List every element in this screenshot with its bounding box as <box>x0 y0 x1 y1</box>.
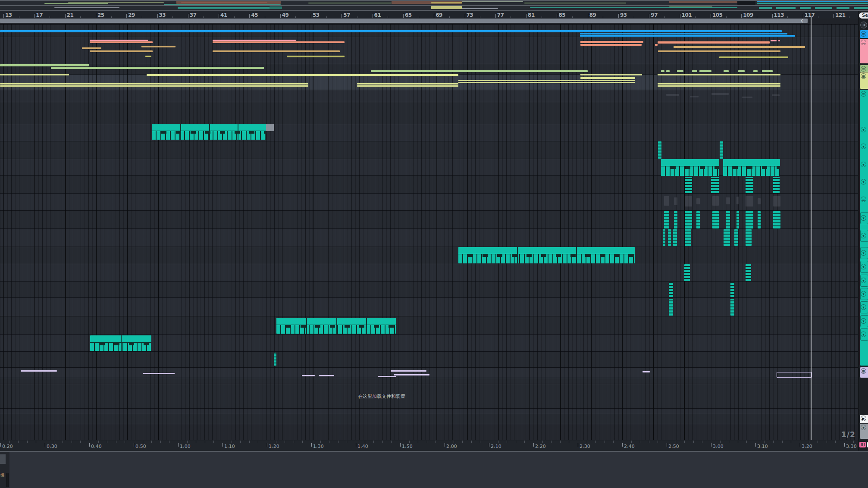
clip[interactable] <box>658 83 780 84</box>
clip[interactable] <box>580 41 643 43</box>
drum-clip[interactable] <box>730 299 734 316</box>
track-menu-icon[interactable]: ≡ <box>861 66 866 72</box>
group-fold-icon[interactable]: ▾ <box>861 278 866 283</box>
drum-clip[interactable] <box>696 211 700 228</box>
clip[interactable] <box>458 82 635 83</box>
drum-clip[interactable] <box>712 211 719 228</box>
clip[interactable] <box>771 40 777 41</box>
midi-clip[interactable] <box>152 124 266 140</box>
clip[interactable] <box>580 74 642 75</box>
clip[interactable] <box>642 371 650 372</box>
group-fold-icon[interactable]: ▾ <box>861 233 866 238</box>
clip[interactable] <box>580 77 635 79</box>
clip[interactable] <box>51 67 264 69</box>
track-area[interactable]: 在这里加载文件和装置 1/2 <box>0 24 858 440</box>
clip[interactable] <box>391 370 426 372</box>
clip[interactable] <box>724 70 729 72</box>
track-color-tab[interactable]: ≡ <box>860 367 868 378</box>
drum-clip[interactable] <box>668 229 671 246</box>
clip[interactable] <box>141 46 175 47</box>
track-menu-icon[interactable]: ≡ <box>861 91 866 97</box>
track-menu-icon[interactable]: ≡ <box>861 197 866 202</box>
clip[interactable] <box>21 370 57 372</box>
group-fold-icon[interactable]: ▾ <box>861 215 866 221</box>
group-fold-icon[interactable]: ▾ <box>861 162 866 167</box>
clip-header[interactable] <box>458 247 635 254</box>
clip[interactable] <box>394 374 429 375</box>
track-color-tab[interactable]: ≡ <box>860 65 868 72</box>
clip[interactable] <box>0 83 308 84</box>
drum-clip[interactable] <box>669 282 673 297</box>
drum-clip[interactable] <box>746 211 753 228</box>
clip-header[interactable] <box>723 159 780 166</box>
drum-clip[interactable] <box>685 211 692 228</box>
track-fold-icon[interactable]: ▾ <box>861 425 866 430</box>
track-color-tab[interactable]: ≡ <box>860 39 868 63</box>
clip[interactable] <box>458 80 635 81</box>
set-button[interactable]: Se <box>859 13 868 19</box>
clip[interactable] <box>738 70 745 72</box>
drum-clip[interactable] <box>746 177 753 193</box>
midi-clip[interactable] <box>458 247 635 263</box>
clip[interactable] <box>213 41 345 43</box>
clip-outline[interactable] <box>777 372 812 378</box>
clip[interactable] <box>658 74 780 75</box>
detail-panel-scrollbar[interactable] <box>6 473 9 487</box>
drum-clip[interactable] <box>720 141 723 159</box>
clip[interactable] <box>147 74 458 76</box>
audio-waveform-icon[interactable] <box>859 442 866 447</box>
drum-clip[interactable] <box>669 299 673 316</box>
clip[interactable] <box>319 375 334 376</box>
group-fold-icon[interactable]: ▾ <box>861 332 866 337</box>
clip[interactable] <box>371 70 588 72</box>
group-fold-icon[interactable]: ▾ <box>861 318 866 324</box>
drum-clip[interactable] <box>685 229 691 246</box>
track-menu-icon[interactable]: ≡ <box>861 73 866 79</box>
group-fold-icon[interactable]: ▾ <box>861 144 866 149</box>
clip[interactable] <box>82 47 101 49</box>
clip[interactable] <box>143 373 175 374</box>
drum-clip[interactable] <box>736 211 739 228</box>
clip[interactable] <box>658 50 780 52</box>
clip[interactable] <box>661 70 664 72</box>
track-color-tab[interactable]: ▾ <box>860 424 868 439</box>
clip[interactable] <box>357 85 458 87</box>
clip[interactable] <box>213 40 296 41</box>
clip[interactable] <box>778 40 780 41</box>
arrangement-overview[interactable] <box>0 0 868 11</box>
drum-clip[interactable] <box>674 211 677 228</box>
clip[interactable] <box>666 70 670 72</box>
track-color-tab[interactable]: ≡▾▾▾▾≡▾▾▾▾▾▾▾▾▾ <box>860 90 868 366</box>
clip[interactable] <box>0 85 308 87</box>
detail-panel-handle[interactable] <box>0 454 6 464</box>
clip[interactable] <box>90 40 148 41</box>
drum-clip[interactable] <box>724 229 730 246</box>
bar-ruler[interactable]: 1317212529333741454953576165697377818589… <box>0 11 868 19</box>
drum-clip[interactable] <box>734 229 738 246</box>
group-fold-icon[interactable]: ▾ <box>861 304 866 310</box>
clip[interactable] <box>0 74 69 75</box>
clip[interactable] <box>699 70 711 72</box>
scrub-bar[interactable] <box>0 19 808 23</box>
time-ruler[interactable]: 0:200:300:400:501:001:101:201:301:401:50… <box>0 440 868 451</box>
group-fold-icon[interactable]: ▾ <box>861 250 866 256</box>
arrangement-end-chevron-icon[interactable]: ‹ <box>800 16 810 25</box>
clip[interactable] <box>692 70 697 72</box>
play-icon[interactable]: ▶ <box>861 416 866 421</box>
track-menu-icon[interactable]: ≡ <box>861 31 866 37</box>
midi-clip[interactable] <box>276 318 396 334</box>
song-end-marker[interactable] <box>811 16 812 440</box>
drum-clip[interactable] <box>664 211 669 228</box>
clip[interactable] <box>90 41 153 43</box>
clip[interactable] <box>719 56 788 58</box>
group-fold-icon[interactable]: ▾ <box>861 127 866 132</box>
drum-clip[interactable] <box>658 141 661 159</box>
midi-clip[interactable] <box>723 159 780 176</box>
clip[interactable] <box>674 46 805 48</box>
clip[interactable] <box>762 70 773 72</box>
clip[interactable] <box>580 33 787 34</box>
drum-clip[interactable] <box>773 211 780 228</box>
clip[interactable] <box>378 376 396 377</box>
midi-clip[interactable] <box>661 159 719 176</box>
clip[interactable] <box>213 50 340 52</box>
